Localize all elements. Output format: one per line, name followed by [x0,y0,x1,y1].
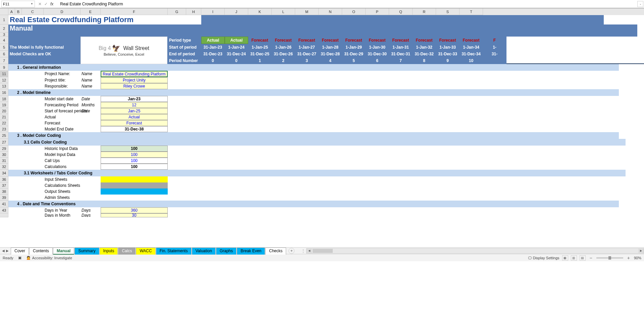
view-page-break-icon[interactable]: ▤ [580,255,586,261]
days-in-month-value[interactable]: 30 [101,213,168,217]
responsible-value[interactable]: Riley Crowe [101,83,168,89]
col-header-M[interactable]: M [295,8,319,15]
row-header-36[interactable]: 36 [0,176,8,182]
row-header-7[interactable]: 7 [0,57,8,64]
col-header-B[interactable]: B [15,8,22,15]
tab-fin-statements[interactable]: Fin. Statements [156,248,192,255]
row-header-23[interactable]: 23 [0,126,8,132]
row-header-6[interactable]: 6 [0,51,8,57]
name-box[interactable]: F11 ▼ [1,1,35,7]
row-header-41[interactable]: 41 [0,201,8,207]
calculations-value[interactable]: 100 [101,164,168,170]
forecast-period-value[interactable]: 12 [101,102,168,108]
model-end-value[interactable]: 31-Dec-38 [101,126,168,132]
forecast-label-value[interactable]: Forecast [101,120,168,126]
row-header-34[interactable]: 34 [0,170,8,176]
col-header-S[interactable]: S [436,8,460,15]
row-header-9[interactable]: 9 [0,64,8,71]
row-header-3[interactable]: 3 [0,33,8,37]
col-header-R[interactable]: R [413,8,436,15]
hscroll-track[interactable]: ◀ ▶ [306,248,644,254]
view-page-layout-icon[interactable]: ▥ [571,255,577,261]
zoom-in-button[interactable]: + [626,255,631,261]
row-header-31[interactable]: 31 [0,158,8,164]
zoom-slider[interactable] [596,257,623,259]
model-start-value[interactable]: Jan-23 [101,96,168,102]
tab-nav-next-icon[interactable]: ▶ [6,249,9,253]
col-header-N[interactable]: N [319,8,342,15]
tab-summary[interactable]: Summary [74,248,99,255]
col-header-T[interactable]: T [460,8,483,15]
col-header-C[interactable]: C [22,8,44,15]
row-header-29[interactable]: 29 [0,146,8,152]
row-header-18[interactable]: 18 [0,96,8,102]
row-header-2[interactable]: 2 [0,24,8,33]
project-title-value[interactable]: Project Unity [101,77,168,83]
row-header-13[interactable]: 13 [0,83,8,89]
row-header-30[interactable]: 30 [0,152,8,158]
row-header-32[interactable]: 32 [0,164,8,170]
tab-valuation[interactable]: Valuation [192,248,216,255]
start-forecast-value[interactable]: Jan-25 [101,108,168,114]
col-header-H[interactable]: H [186,8,201,15]
tab-break-even[interactable]: Break Even [237,248,265,255]
col-header-D[interactable]: D [44,8,80,15]
macro-record-icon[interactable]: ▣ [18,256,21,260]
col-header-O[interactable]: O [342,8,366,15]
col-header-G[interactable]: G [168,8,186,15]
view-normal-icon[interactable]: ▦ [562,255,568,261]
row-header-37[interactable]: 37 [0,182,8,188]
row-header-22[interactable]: 22 [0,120,8,126]
select-all-corner[interactable] [0,8,8,15]
tab-wacc[interactable]: WACC [136,248,155,255]
col-header-L[interactable]: L [272,8,295,15]
row-header-20[interactable]: 20 [0,108,8,114]
row-header-19[interactable]: 19 [0,102,8,108]
row-header-39[interactable]: 39 [0,195,8,201]
formula-bar-expand-icon[interactable]: ⌄ [637,1,643,7]
zoom-out-button[interactable]: − [588,255,594,261]
display-settings-button[interactable]: 🖵 Display Settings [528,256,559,260]
row-header-11[interactable]: 11 [0,71,8,77]
name-box-dropdown-icon[interactable]: ▼ [31,2,33,5]
col-header-K[interactable]: K [248,8,272,15]
tab-calcs[interactable]: Calcs [118,248,136,255]
cancel-icon[interactable]: ✕ [38,2,42,6]
historic-input-value[interactable]: 100 [101,146,168,152]
hscroll-left-icon[interactable]: ◀ [307,249,312,253]
row-header-12[interactable]: 12 [0,77,8,83]
tab-cover[interactable]: Cover [11,248,29,255]
zoom-slider-thumb[interactable] [608,256,611,260]
tab-nav-prev-icon[interactable]: ◀ [2,249,5,253]
row-header-16[interactable]: 16 [0,89,8,96]
hscroll-right-icon[interactable]: ▶ [638,249,644,253]
tab-split-handle[interactable]: ⋮ [301,249,305,253]
actual-label-value[interactable]: Actual [101,114,168,120]
tab-graphs[interactable]: Graphs [216,248,236,255]
accept-icon[interactable]: ✓ [44,2,48,6]
fx-icon[interactable]: fx [50,2,53,6]
row-header-5[interactable]: 5 [0,44,8,51]
col-header-A[interactable]: A [8,8,15,15]
col-header-E[interactable]: E [80,8,101,15]
callups-value[interactable]: 100 [101,158,168,164]
model-input-value[interactable]: 100 [101,152,168,158]
hscroll-thumb[interactable] [313,249,333,253]
row-header-27[interactable]: 27 [0,139,8,146]
col-header-Q[interactable]: Q [389,8,413,15]
tab-manual[interactable]: Manual [53,248,74,255]
col-header-F[interactable]: F [101,8,168,15]
row-header-43[interactable]: 43 [0,207,8,213]
col-header-P[interactable]: P [366,8,389,15]
tab-contents[interactable]: Contents [29,248,53,255]
col-header-J[interactable]: J [225,8,248,15]
row-header-25[interactable]: 25 [0,132,8,139]
tab-inputs[interactable]: Inputs [100,248,118,255]
row-header-1[interactable]: 1 [0,15,8,24]
project-name-value[interactable]: Real Estate Crowdfunding Platform [101,71,168,77]
row-header-21[interactable]: 21 [0,114,8,120]
accessibility-button[interactable]: 🙍 Accessibility: Investigate [26,256,72,260]
formula-input[interactable]: Real Estate Crowdfunding Platform [59,1,637,7]
col-header-I[interactable]: I [201,8,225,15]
row-header-4[interactable]: 4 [0,37,8,44]
